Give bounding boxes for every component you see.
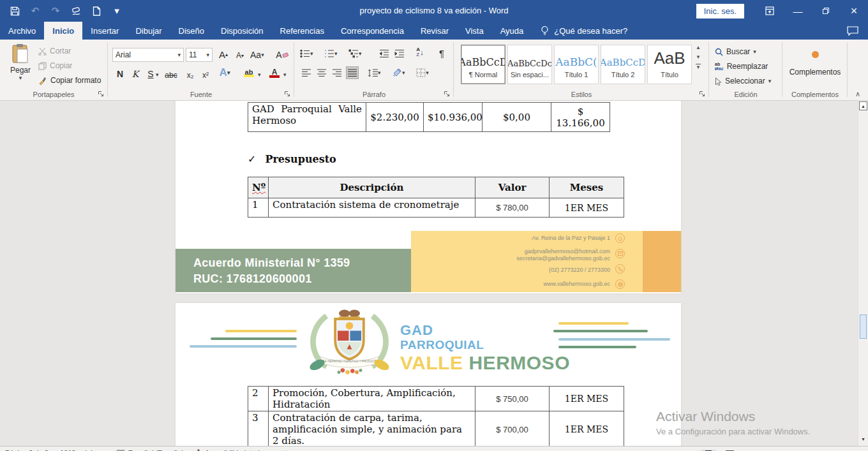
- tell-me-search[interactable]: ¿Qué desea hacer?: [541, 22, 627, 40]
- styles-more-icon[interactable]: ▼: [696, 64, 701, 70]
- borders-button[interactable]: ▾: [416, 66, 429, 79]
- find-button[interactable]: Buscar▾: [715, 47, 756, 56]
- summary-value-cell[interactable]: $0,00: [483, 103, 551, 132]
- description-cell[interactable]: Contratación sistema de cronometraje: [269, 198, 475, 218]
- subscript-button[interactable]: x₂: [184, 69, 197, 82]
- bold-button[interactable]: N: [114, 68, 126, 80]
- meses-cell[interactable]: 1ER MES: [550, 387, 624, 411]
- scroll-up-icon[interactable]: ▲: [859, 101, 867, 110]
- underline-button[interactable]: S: [144, 68, 157, 80]
- document-page-2[interactable]: VALLE HERMOSO TURÍSTICO Y PRODUCTIVO GAD…: [176, 303, 681, 446]
- valor-cell[interactable]: $ 750,00: [475, 387, 550, 411]
- ribbon-display-options-button[interactable]: [756, 0, 784, 22]
- align-right-button[interactable]: [331, 66, 343, 79]
- summary-value-cell[interactable]: $2.230,00: [366, 103, 424, 132]
- paste-dropdown-arrow[interactable]: ▾: [6, 75, 34, 81]
- bullet-list-button[interactable]: ▾: [300, 47, 313, 60]
- col-header-meses[interactable]: Meses: [550, 177, 624, 198]
- paste-button[interactable]: Pegar ▾: [6, 43, 34, 81]
- select-button[interactable]: Seleccionar▾: [715, 77, 771, 85]
- styles-dialog-launcher[interactable]: [698, 90, 706, 98]
- addins-button[interactable]: Complementos: [783, 45, 847, 77]
- customize-quick-access-icon[interactable]: ▾: [111, 5, 123, 17]
- scroll-down-icon[interactable]: ▼: [859, 434, 867, 443]
- tab-dibujar[interactable]: Dibujar: [127, 22, 170, 40]
- tab-revisar[interactable]: Revisar: [412, 22, 457, 40]
- italic-button[interactable]: K: [129, 68, 142, 80]
- style-sin-espaciado[interactable]: AaBbCcDc Sin espaci...: [507, 45, 552, 84]
- sort-button[interactable]: AZ↓: [414, 46, 426, 59]
- superscript-button[interactable]: x²: [199, 69, 212, 82]
- col-header-valor[interactable]: Valor: [475, 177, 550, 198]
- multilevel-list-button[interactable]: ▾: [348, 47, 362, 60]
- shading-button[interactable]: ▾: [392, 66, 405, 79]
- tab-insertar[interactable]: Insertar: [82, 22, 127, 40]
- strikethrough-button[interactable]: abc: [165, 69, 177, 82]
- copy-button[interactable]: Copiar: [38, 61, 72, 70]
- clear-formatting-button[interactable]: A: [276, 48, 288, 61]
- numbered-list-button[interactable]: ▾: [324, 47, 338, 60]
- summary-name-cell[interactable]: GAD Parroquial Valle Hermoso: [248, 103, 366, 132]
- text-effects-button[interactable]: A▾: [218, 66, 231, 79]
- decrease-indent-button[interactable]: [378, 47, 391, 60]
- highlight-dropdown-arrow[interactable]: ▾: [258, 71, 261, 78]
- style-titulo-2[interactable]: AaBbCcD Título 2: [601, 45, 645, 84]
- styles-scroll-up-icon[interactable]: ▲: [696, 45, 701, 50]
- show-paragraph-marks-button[interactable]: ¶: [435, 47, 448, 59]
- meses-cell[interactable]: 1ER MES: [550, 411, 624, 447]
- replace-button[interactable]: ab⇄ac Reemplazar: [715, 62, 768, 71]
- line-spacing-button[interactable]: ▾: [368, 66, 381, 79]
- cut-button[interactable]: Cortar: [38, 47, 71, 55]
- col-header-descripcion[interactable]: Descripción: [269, 177, 475, 198]
- font-color-dropdown-arrow[interactable]: ▾: [283, 71, 287, 78]
- valor-cell[interactable]: $ 780,00: [475, 198, 550, 218]
- paragraph-dialog-launcher[interactable]: [443, 90, 451, 98]
- justify-button[interactable]: [346, 66, 359, 79]
- underline-dropdown-arrow[interactable]: ▾: [156, 71, 159, 78]
- clipboard-dialog-launcher[interactable]: [97, 90, 105, 98]
- style-normal[interactable]: AaBbCcD ¶ Normal: [461, 45, 505, 84]
- font-family-select[interactable]: Arial▾: [112, 48, 184, 62]
- eraser-icon[interactable]: [70, 5, 82, 17]
- save-icon[interactable]: [9, 5, 20, 17]
- format-painter-button[interactable]: Copiar formato: [38, 76, 101, 85]
- row-number-cell[interactable]: 2: [248, 387, 269, 411]
- valor-cell[interactable]: $ 700,00: [475, 411, 550, 447]
- tab-inicio[interactable]: Inicio: [44, 22, 82, 40]
- style-titulo-1[interactable]: AaBbC( Título 1: [554, 45, 599, 84]
- tab-correspondencia[interactable]: Correspondencia: [333, 22, 412, 40]
- description-cell[interactable]: Promoción, Cobertura, Amplificación, Hid…: [269, 387, 475, 411]
- align-center-button[interactable]: [315, 66, 328, 79]
- summary-value-cell[interactable]: $10.936,00: [424, 103, 483, 132]
- font-size-select[interactable]: 11▾: [186, 48, 213, 62]
- change-case-button[interactable]: Aa▾: [250, 48, 264, 61]
- row-number-cell[interactable]: 3: [248, 411, 269, 447]
- document-area[interactable]: GAD Parroquial Valle Hermoso $2.230,00 $…: [0, 101, 858, 446]
- feedback-icon[interactable]: [845, 24, 860, 38]
- document-page-1[interactable]: GAD Parroquial Valle Hermoso $2.230,00 $…: [176, 101, 681, 293]
- font-dialog-launcher[interactable]: [283, 90, 291, 98]
- style-titulo[interactable]: AaB Título: [647, 45, 692, 84]
- summary-value-cell[interactable]: $ 13.166,00: [551, 103, 610, 132]
- grow-font-button[interactable]: A▴: [217, 48, 230, 61]
- tab-vista[interactable]: Vista: [457, 22, 492, 40]
- row-number-cell[interactable]: 1: [248, 198, 269, 218]
- budget-heading[interactable]: ✓Presupuesto: [248, 153, 336, 165]
- description-cell[interactable]: Contratación de carpa, tarima, amplifica…: [269, 411, 475, 447]
- highlight-button[interactable]: ab: [243, 66, 255, 79]
- close-button[interactable]: ×: [840, 0, 868, 22]
- tab-archivo[interactable]: Archivo: [0, 22, 44, 40]
- collapse-ribbon-icon[interactable]: ∧: [855, 90, 860, 98]
- font-color-button[interactable]: A: [268, 66, 281, 79]
- restore-button[interactable]: [812, 0, 840, 22]
- minimize-button[interactable]: —: [784, 0, 812, 22]
- tab-ayuda[interactable]: Ayuda: [492, 22, 532, 40]
- vertical-scrollbar[interactable]: ▲ ▼: [858, 101, 868, 446]
- shrink-font-button[interactable]: A▾: [234, 49, 246, 62]
- align-left-button[interactable]: [300, 66, 313, 79]
- scrollbar-thumb[interactable]: [860, 314, 867, 339]
- sign-in-button[interactable]: Inic. ses.: [696, 4, 744, 18]
- meses-cell[interactable]: 1ER MES: [550, 198, 624, 218]
- tab-diseno[interactable]: Diseño: [170, 22, 213, 40]
- tab-referencias[interactable]: Referencias: [272, 22, 333, 40]
